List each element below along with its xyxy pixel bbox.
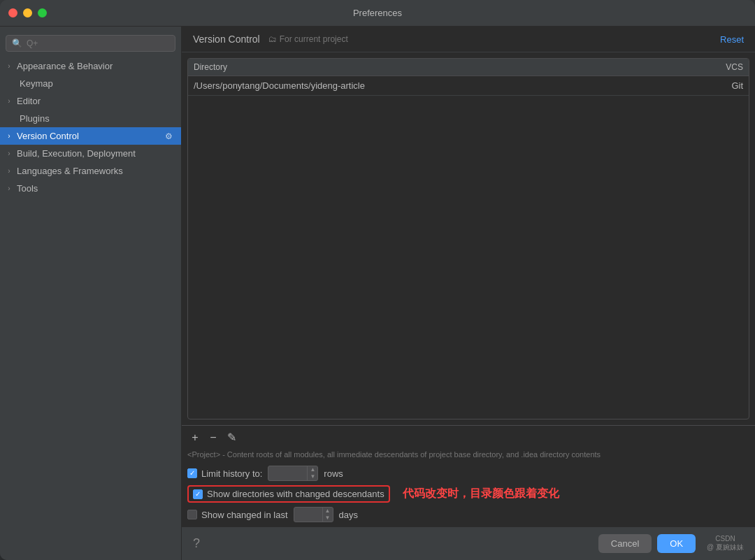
options-area: Limit history to: 1,000 ▲ ▼ rows (187, 466, 749, 522)
footer-buttons: Cancel OK CSDN @ 夏婉妹妹 (598, 534, 744, 553)
column-directory: Directory (194, 62, 687, 72)
show-directories-checkbox-wrap[interactable]: Show directories with changed descendant… (193, 489, 384, 499)
sidebar-item-label: Appearance & Behavior (17, 61, 113, 71)
sidebar-item-label: Plugins (20, 113, 50, 124)
sidebar-item-languages[interactable]: › Languages & Frameworks (0, 162, 181, 180)
edit-button[interactable]: ✎ (224, 430, 239, 445)
vcs-table: Directory VCS /Users/ponytang/Documents/… (187, 58, 749, 419)
limit-history-suffix: rows (324, 468, 343, 479)
table-row[interactable]: /Users/ponytang/Documents/yideng-article… (188, 76, 749, 96)
sidebar-item-label: Editor (17, 96, 41, 106)
sidebar-item-plugins[interactable]: Plugins (0, 110, 181, 127)
cancel-button[interactable]: Cancel (598, 534, 652, 553)
show-changed-checkbox[interactable] (187, 510, 197, 519)
chevron-icon: › (6, 150, 13, 157)
spinner-up[interactable]: ▲ (308, 466, 317, 473)
sidebar-item-label: Keymap (20, 78, 53, 89)
sidebar: 🔍 › Appearance & Behavior Keymap › Edito… (0, 27, 182, 560)
show-directories-label: Show directories with changed descendant… (207, 489, 384, 499)
limit-history-input-wrap: 1,000 ▲ ▼ (268, 466, 318, 481)
project-icon: 🗂 (268, 34, 277, 44)
sidebar-item-label: Version Control (17, 131, 79, 141)
sidebar-item-label: Languages & Frameworks (17, 166, 123, 176)
show-directories-checkbox[interactable] (193, 489, 203, 499)
panel-subtitle: 🗂 For current project (268, 34, 348, 44)
show-changed-input-wrap: 31 ▲ ▼ (294, 507, 333, 522)
panel-header-left: Version Control 🗂 For current project (193, 34, 348, 45)
chevron-icon: › (6, 133, 13, 140)
show-directories-highlight: Show directories with changed descendant… (187, 485, 390, 503)
show-changed-spinner: ▲ ▼ (322, 508, 333, 522)
limit-history-spinner: ▲ ▼ (307, 466, 317, 480)
show-changed-label: Show changed in last (201, 510, 288, 520)
maximize-button[interactable] (38, 8, 47, 17)
column-vcs: VCS (687, 62, 743, 72)
chevron-icon: › (6, 168, 13, 175)
annotation-text: 代码改变时，目录颜色跟着变化 (403, 487, 559, 501)
right-panel: Version Control 🗂 For current project Re… (182, 27, 755, 560)
table-header: Directory VCS (188, 59, 749, 76)
sidebar-item-tools[interactable]: › Tools (0, 180, 181, 197)
settings-icon: ⚙ (165, 131, 173, 141)
sidebar-item-appearance[interactable]: › Appearance & Behavior (0, 57, 181, 75)
ok-button[interactable]: OK (657, 534, 696, 553)
limit-history-checkbox[interactable] (187, 468, 197, 478)
window-title: Preferences (353, 8, 402, 18)
limit-history-label: Limit history to: (201, 468, 262, 479)
title-bar: Preferences (0, 0, 755, 27)
close-button[interactable] (8, 8, 17, 17)
bottom-controls: + − ✎ <Project> - Content roots of all m… (182, 425, 755, 526)
show-changed-input[interactable]: 31 (294, 508, 322, 521)
limit-history-row: Limit history to: 1,000 ▲ ▼ rows (187, 466, 749, 481)
sidebar-item-keymap[interactable]: Keymap (0, 75, 181, 92)
show-changed-suffix: days (339, 510, 358, 520)
search-icon: 🔍 (12, 38, 22, 48)
sidebar-item-label: Tools (17, 183, 38, 194)
sidebar-item-version-control[interactable]: › Version Control ⚙ (0, 127, 181, 145)
watermark-line2: @ 夏婉妹妹 (707, 543, 744, 552)
search-box[interactable]: 🔍 (6, 35, 175, 52)
panel-header: Version Control 🗂 For current project Re… (182, 27, 755, 52)
toolbar-row: + − ✎ (187, 430, 749, 445)
main-content: 🔍 › Appearance & Behavior Keymap › Edito… (0, 27, 755, 560)
sidebar-item-build[interactable]: › Build, Execution, Deployment (0, 145, 181, 162)
remove-button[interactable]: − (206, 430, 221, 445)
hint-text: <Project> - Content roots of all modules… (187, 450, 749, 460)
cell-vcs: Git (687, 80, 743, 91)
reset-button[interactable]: Reset (720, 34, 744, 45)
footer: ? Cancel OK CSDN @ 夏婉妹妹 (182, 526, 755, 560)
show-changed-checkbox-wrap[interactable]: Show changed in last (187, 510, 288, 520)
preferences-window: Preferences 🔍 › Appearance & Behavior Ke… (0, 0, 755, 560)
sidebar-item-label: Build, Execution, Deployment (17, 148, 136, 159)
chevron-icon: › (6, 185, 13, 192)
spinner-down[interactable]: ▼ (308, 473, 317, 480)
show-changed-row: Show changed in last 31 ▲ ▼ days (187, 507, 749, 522)
help-icon[interactable]: ? (193, 536, 200, 551)
cell-directory: /Users/ponytang/Documents/yideng-article (194, 80, 687, 91)
limit-history-input[interactable]: 1,000 (268, 467, 307, 480)
limit-history-checkbox-wrap[interactable]: Limit history to: (187, 468, 262, 479)
chevron-icon: › (6, 63, 13, 70)
minimize-button[interactable] (23, 8, 32, 17)
chevron-icon: › (6, 98, 13, 105)
add-button[interactable]: + (187, 430, 203, 445)
watermark-line1: CSDN (715, 535, 735, 543)
spinner-up[interactable]: ▲ (323, 508, 333, 515)
sidebar-item-editor[interactable]: › Editor (0, 92, 181, 110)
panel-title: Version Control (193, 34, 260, 45)
spinner-down[interactable]: ▼ (323, 515, 333, 522)
window-controls (8, 8, 47, 17)
search-input[interactable] (27, 38, 169, 48)
show-directories-row: Show directories with changed descendant… (187, 485, 749, 503)
